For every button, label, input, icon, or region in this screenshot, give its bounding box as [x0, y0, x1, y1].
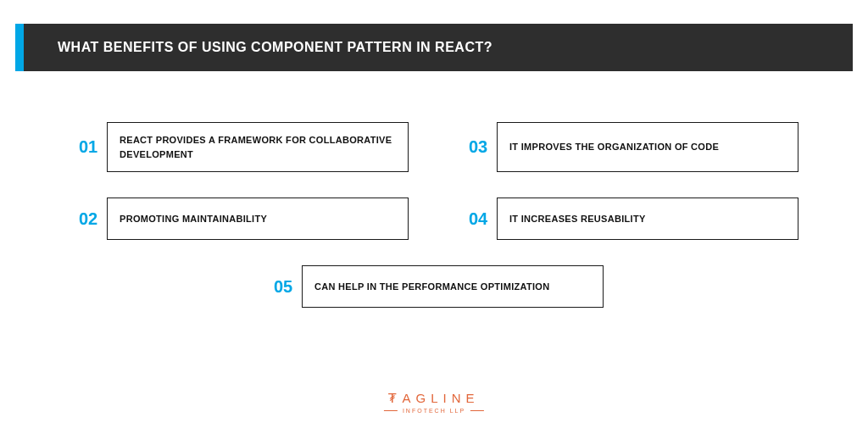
benefit-item: 05 CAN HELP IN THE PERFORMANCE OPTIMIZAT…	[264, 265, 604, 308]
brand-logo: ₮AGLINE INFOTECH LLP	[384, 391, 484, 414]
benefit-text: IT IMPROVES THE ORGANIZATION OF CODE	[509, 140, 719, 154]
benefit-box: CAN HELP IN THE PERFORMANCE OPTIMIZATION	[302, 265, 604, 308]
benefit-item: 03 IT IMPROVES THE ORGANIZATION OF CODE	[459, 122, 798, 172]
benefit-number: 05	[264, 265, 302, 308]
header-bar: WHAT BENEFITS OF USING COMPONENT PATTERN…	[15, 24, 853, 71]
logo-sub: INFOTECH LLP	[384, 408, 484, 414]
benefit-number: 04	[459, 198, 497, 240]
benefit-number: 01	[70, 122, 107, 172]
benefit-item: 02 PROMOTING MAINTAINABILITY	[70, 198, 409, 240]
benefit-item: 01 REACT PROVIDES A FRAMEWORK FOR COLLAB…	[70, 122, 409, 172]
benefit-text: IT INCREASES REUSABILITY	[509, 212, 646, 226]
benefits-grid: 01 REACT PROVIDES A FRAMEWORK FOR COLLAB…	[0, 122, 868, 308]
benefit-text: PROMOTING MAINTAINABILITY	[120, 212, 267, 226]
logo-sub-text: INFOTECH LLP	[403, 408, 465, 414]
accent-bar	[15, 24, 24, 71]
benefit-number: 02	[70, 198, 107, 240]
benefit-box: IT IMPROVES THE ORGANIZATION OF CODE	[497, 122, 798, 172]
benefit-box: PROMOTING MAINTAINABILITY	[107, 198, 409, 240]
benefit-text: REACT PROVIDES A FRAMEWORK FOR COLLABORA…	[120, 133, 396, 161]
benefit-text: CAN HELP IN THE PERFORMANCE OPTIMIZATION	[314, 280, 549, 294]
benefit-item: 04 IT INCREASES REUSABILITY	[459, 198, 798, 240]
logo-main: ₮AGLINE	[384, 391, 484, 406]
title-bar: WHAT BENEFITS OF USING COMPONENT PATTERN…	[24, 24, 853, 71]
benefit-box: IT INCREASES REUSABILITY	[497, 198, 798, 240]
benefit-box: REACT PROVIDES A FRAMEWORK FOR COLLABORA…	[107, 122, 409, 172]
page-title: WHAT BENEFITS OF USING COMPONENT PATTERN…	[58, 40, 492, 55]
benefit-number: 03	[459, 122, 497, 172]
